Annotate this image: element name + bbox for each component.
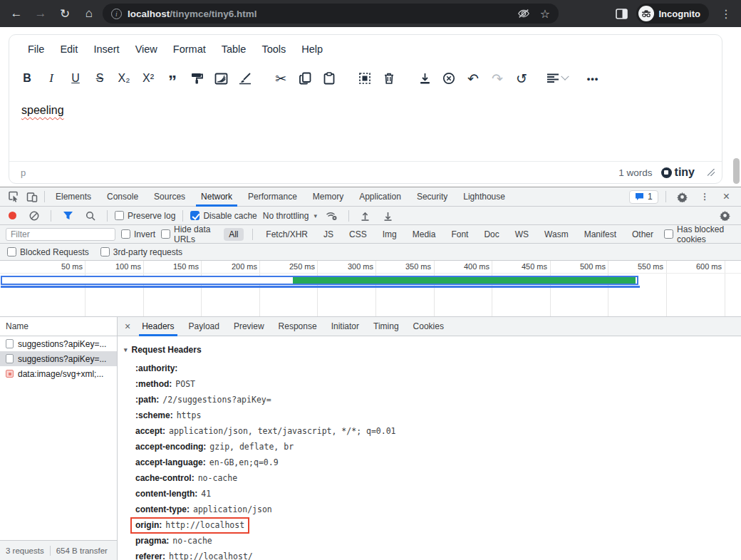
throttling-select[interactable]: No throttling▾ [261, 211, 318, 221]
disable-cache-checkbox[interactable] [190, 211, 200, 220]
invert-checkbox[interactable] [121, 229, 130, 239]
menu-edit[interactable]: Edit [53, 39, 85, 59]
invert-toggle[interactable]: Invert [121, 229, 155, 239]
menu-help[interactable]: Help [294, 39, 330, 59]
site-info-icon[interactable]: i [111, 9, 122, 19]
back-icon[interactable]: ← [6, 3, 27, 24]
element-path[interactable]: p [21, 167, 26, 178]
network-settings-gear-icon[interactable] [718, 208, 737, 224]
italic-button[interactable]: I [39, 68, 63, 89]
select-all-icon[interactable] [353, 68, 377, 89]
menu-format[interactable]: Format [166, 39, 213, 59]
menu-table[interactable]: Table [214, 39, 254, 59]
word-count[interactable]: 1 words [618, 167, 652, 178]
detail-tab-payload[interactable]: Payload [182, 317, 227, 336]
tab-elements[interactable]: Elements [48, 187, 99, 207]
request-row[interactable]: suggestions?apiKey=... [0, 336, 117, 351]
filter-type-font[interactable]: Font [446, 228, 473, 241]
filter-type-img[interactable]: Img [378, 228, 402, 241]
filter-type-other[interactable]: Other [627, 228, 658, 241]
close-detail-icon[interactable]: × [120, 321, 135, 332]
request-row-selected[interactable]: suggestions?apiKey=... [0, 351, 117, 366]
eye-off-icon[interactable] [517, 9, 530, 19]
filter-type-media[interactable]: Media [408, 228, 441, 241]
filter-type-ws[interactable]: WS [510, 228, 534, 241]
record-icon[interactable] [9, 212, 16, 219]
devtools-close-icon[interactable]: × [719, 190, 734, 203]
has-blocked-cookies-checkbox[interactable] [664, 229, 673, 239]
search-icon[interactable] [81, 208, 100, 224]
menu-tools[interactable]: Tools [254, 39, 293, 59]
restore-draft-icon[interactable]: ↺ [509, 68, 534, 89]
tiny-brand[interactable]: tiny [661, 166, 695, 179]
filter-type-js[interactable]: JS [318, 228, 338, 241]
redo-icon[interactable]: ↷ [485, 68, 509, 89]
detail-tab-preview[interactable]: Preview [227, 317, 271, 336]
request-headers-section[interactable]: ▾Request Headers [124, 343, 741, 357]
detail-tab-headers[interactable]: Headers [135, 317, 181, 336]
cut-icon[interactable]: ✂ [269, 68, 293, 89]
filter-type-wasm[interactable]: Wasm [539, 228, 574, 241]
browser-menu-icon[interactable]: ⋮ [717, 7, 735, 21]
subscript-button[interactable]: X₂ [112, 68, 136, 89]
detail-tab-initiator[interactable]: Initiator [324, 317, 366, 336]
preserve-log-toggle[interactable]: Preserve log [115, 211, 175, 221]
tab-console[interactable]: Console [99, 187, 146, 207]
issues-counter[interactable]: 1 [629, 190, 658, 204]
reload-icon[interactable]: ↻ [54, 3, 76, 24]
blocked-requests-checkbox[interactable] [7, 247, 16, 256]
network-overview-timeline[interactable]: 50 ms 100 ms 150 ms 200 ms 250 ms 300 ms… [0, 261, 741, 317]
align-left-icon[interactable] [545, 68, 569, 89]
filter-type-all[interactable]: All [224, 228, 243, 241]
detail-tab-cookies[interactable]: Cookies [406, 317, 451, 336]
tab-security[interactable]: Security [409, 187, 455, 207]
superscript-button[interactable]: X² [136, 68, 160, 89]
editor-content-area[interactable]: speeling [9, 94, 722, 161]
device-toolbar-icon[interactable] [23, 189, 41, 204]
disable-cache-toggle[interactable]: Disable cache [190, 211, 256, 221]
menu-view[interactable]: View [128, 39, 165, 59]
filter-type-doc[interactable]: Doc [479, 228, 504, 241]
filter-type-manifest[interactable]: Manifest [579, 228, 621, 241]
tab-network[interactable]: Network [193, 187, 240, 207]
has-blocked-cookies-toggle[interactable]: Has blocked cookies [664, 224, 735, 244]
resize-handle-icon[interactable] [708, 169, 715, 176]
bold-button[interactable]: B [15, 68, 39, 89]
third-party-toggle[interactable]: 3rd-party requests [100, 247, 182, 257]
menu-file[interactable]: File [21, 39, 51, 59]
delete-trash-icon[interactable] [377, 68, 401, 89]
media-frame-icon[interactable] [209, 68, 233, 89]
remove-format-brush-icon[interactable] [233, 68, 257, 89]
copy-icon[interactable] [293, 68, 317, 89]
side-panel-icon[interactable] [616, 9, 628, 19]
tab-lighthouse[interactable]: Lighthouse [455, 187, 513, 207]
menu-insert[interactable]: Insert [86, 39, 126, 59]
tab-memory[interactable]: Memory [305, 187, 351, 207]
cancel-icon[interactable] [437, 68, 461, 89]
import-har-icon[interactable] [356, 208, 375, 224]
strikethrough-button[interactable]: S [88, 68, 112, 89]
more-options-icon[interactable]: ••• [581, 68, 605, 89]
undo-icon[interactable]: ↶ [461, 68, 485, 89]
settings-gear-icon[interactable] [673, 189, 692, 204]
incognito-badge[interactable]: Incognito [636, 4, 710, 24]
preserve-log-checkbox[interactable] [115, 211, 124, 220]
address-bar[interactable]: i localhost/tinymce/tiny6.html ☆ [103, 4, 559, 24]
clear-icon[interactable] [25, 208, 43, 224]
network-conditions-icon[interactable] [323, 208, 341, 224]
name-column-header[interactable]: Name [0, 317, 117, 336]
tab-application[interactable]: Application [351, 187, 409, 207]
filter-funnel-icon[interactable] [58, 208, 77, 224]
request-row[interactable]: data:image/svg+xml;... [0, 366, 117, 381]
underline-button[interactable]: U [63, 68, 88, 89]
bookmark-star-icon[interactable]: ☆ [540, 7, 550, 21]
inspect-element-icon[interactable] [4, 189, 23, 204]
filter-input[interactable] [6, 228, 115, 241]
blockquote-button[interactable]: ” [160, 68, 185, 89]
filter-type-fetch-xhr[interactable]: Fetch/XHR [261, 228, 313, 241]
save-download-icon[interactable] [413, 68, 437, 89]
tab-performance[interactable]: Performance [240, 187, 305, 207]
misspelled-word[interactable]: speeling [21, 104, 64, 116]
paste-icon[interactable] [317, 68, 341, 89]
detail-tab-response[interactable]: Response [271, 317, 324, 336]
